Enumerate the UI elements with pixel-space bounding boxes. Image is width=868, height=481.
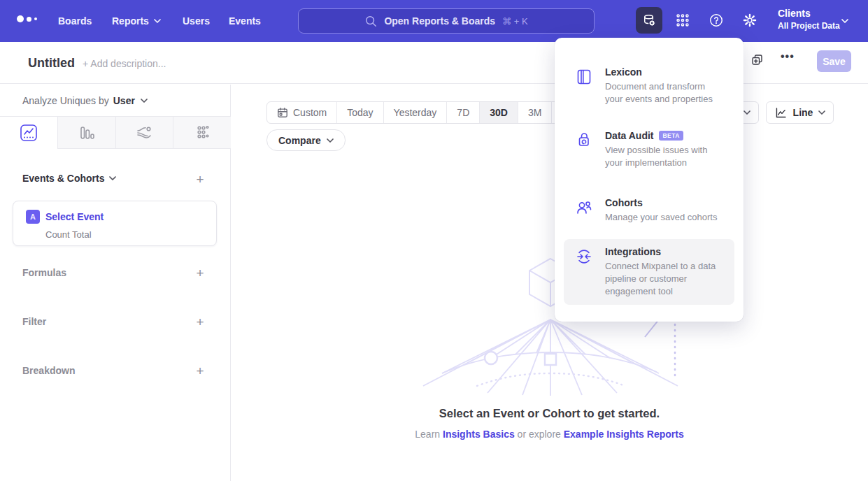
event-badge: A <box>26 210 40 224</box>
add-event-button[interactable]: + <box>194 173 206 186</box>
learn-prefix: Learn <box>415 429 440 440</box>
flow-icon <box>136 124 152 141</box>
search-icon <box>364 15 377 27</box>
empty-state-subtitle: Learn Insights Basics or explore Example… <box>231 429 868 440</box>
tab-insights-line[interactable] <box>0 117 57 149</box>
add-filter-button[interactable]: + <box>194 316 206 329</box>
middle-text: or explore <box>518 429 561 440</box>
project-selector[interactable]: Clients All Project Data <box>778 8 840 31</box>
tab-scatter-grid[interactable] <box>173 117 231 149</box>
gear-icon <box>742 13 757 28</box>
settings-icon[interactable] <box>737 7 763 34</box>
chevron-down-icon <box>744 110 750 115</box>
chart-type-tabs <box>0 116 231 149</box>
chevron-down-icon <box>154 19 161 23</box>
mixpanel-logo-icon[interactable] <box>17 15 37 22</box>
query-sidebar: Analyze Uniques by User <box>0 85 231 481</box>
count-total-selector[interactable]: Count Total <box>45 229 92 240</box>
integrations-sync-icon <box>575 246 593 298</box>
calendar-icon <box>277 107 288 118</box>
question-circle-icon <box>709 13 724 28</box>
data-audit-icon <box>575 130 593 169</box>
events-cohorts-header[interactable]: Events & Cohorts <box>22 173 116 184</box>
data-management-icon[interactable] <box>636 7 662 34</box>
compare-button[interactable]: Compare <box>266 129 346 151</box>
nine-dots-icon <box>675 13 690 28</box>
nav-reports[interactable]: Reports <box>112 0 161 42</box>
beta-badge: BETA <box>659 131 683 141</box>
nav-boards[interactable]: Boards <box>58 0 92 42</box>
tab-bar-chart[interactable] <box>57 117 115 149</box>
date-range-custom[interactable]: Custom <box>267 102 336 123</box>
report-title[interactable]: Untitled <box>28 56 75 71</box>
add-formula-button[interactable]: + <box>194 267 206 280</box>
apps-grid-icon[interactable] <box>669 7 696 34</box>
help-icon[interactable] <box>703 7 730 34</box>
chevron-down-icon <box>141 99 148 103</box>
date-range-yesterday[interactable]: Yesterday <box>383 102 447 123</box>
line-chart-icon <box>20 124 38 142</box>
menu-item-integrations[interactable]: Integrations Connect Mixpanel to a data … <box>564 239 734 305</box>
nav-events[interactable]: Events <box>229 0 261 42</box>
date-range-3m[interactable]: 3M <box>518 102 551 123</box>
chevron-down-icon <box>327 138 334 143</box>
duplicate-report-icon[interactable] <box>750 53 764 66</box>
empty-state-title: Select an Event or Cohort to get started… <box>231 407 868 420</box>
breakdown-section-label: Breakdown <box>22 365 75 376</box>
filter-section-label: Filter <box>22 316 46 327</box>
scatter-grid-icon <box>194 124 211 141</box>
menu-item-cohorts[interactable]: Cohorts Manage your saved cohorts <box>564 190 734 231</box>
formulas-section-label: Formulas <box>22 267 66 278</box>
insights-basics-link[interactable]: Insights Basics <box>443 429 515 440</box>
data-management-dropdown: Lexicon Document and transform your even… <box>555 38 744 322</box>
chevron-down-icon <box>841 19 848 23</box>
description-placeholder[interactable]: + Add description... <box>83 58 166 69</box>
search-input[interactable]: Open Reports & Boards ⌘ + K <box>298 8 595 34</box>
date-range-7d[interactable]: 7D <box>446 102 479 123</box>
nav-users[interactable]: Users <box>183 0 210 42</box>
tab-flow[interactable] <box>115 117 173 149</box>
chevron-down-icon <box>109 176 116 180</box>
date-range-30d[interactable]: 30D <box>479 102 518 123</box>
cohorts-users-icon <box>575 197 593 224</box>
chart-type-dropdown[interactable]: Line <box>766 101 834 124</box>
line-chart-icon <box>774 106 788 120</box>
menu-item-data-audit[interactable]: Data Audit BETA View possible issues wit… <box>564 123 734 176</box>
date-range-control: Custom Today Yesterday 7D 30D 3M 6M <box>266 101 586 124</box>
save-button[interactable]: Save <box>817 50 851 72</box>
keyboard-shortcut: ⌘ + K <box>502 16 528 27</box>
event-card[interactable]: A Select Event Count Total <box>13 201 217 246</box>
select-event-label[interactable]: Select Event <box>45 211 104 222</box>
more-options-icon[interactable]: ••• <box>781 50 795 63</box>
menu-item-lexicon[interactable]: Lexicon Document and transform your even… <box>564 59 734 113</box>
lexicon-book-icon <box>575 66 593 106</box>
date-range-today[interactable]: Today <box>336 102 383 123</box>
top-navbar: Boards Reports Users Events Open Reports… <box>0 0 868 42</box>
chevron-down-icon <box>818 110 825 115</box>
database-gear-icon <box>641 13 657 28</box>
bar-chart-icon <box>78 124 95 141</box>
add-breakdown-button[interactable]: + <box>194 365 206 378</box>
example-insights-reports-link[interactable]: Example Insights Reports <box>564 429 684 440</box>
analyze-uniques-selector[interactable]: Analyze Uniques by User <box>22 95 148 106</box>
